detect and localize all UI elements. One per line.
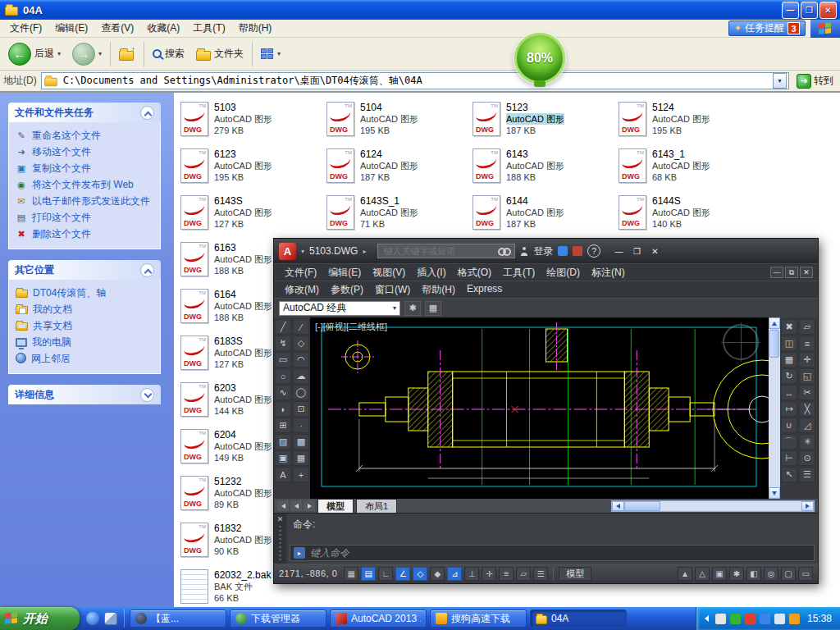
performance-icon[interactable]: ▢ (781, 567, 796, 581)
folders-button[interactable]: 文件夹 (193, 41, 247, 67)
explorer-menu-item[interactable]: 查看(V) (94, 21, 140, 35)
polygon-icon[interactable]: ◇ (293, 336, 309, 351)
address-input[interactable] (62, 75, 769, 88)
file-tile[interactable]: TMDWG6123AutoCAD 图形195 KB (180, 144, 322, 187)
autodesk360-icon[interactable] (558, 246, 568, 256)
scale-icon[interactable]: ◱ (799, 368, 815, 384)
tab-first-button[interactable] (277, 500, 289, 511)
doc-restore-button[interactable]: ⧉ (785, 267, 798, 278)
clean-screen-icon[interactable]: ▭ (798, 567, 813, 581)
up-button[interactable]: ↑ (116, 41, 139, 67)
back-dropdown-icon[interactable]: ▾ (57, 50, 61, 57)
doc-close-button[interactable]: ✕ (800, 267, 813, 278)
osnap-toggle[interactable]: ◇ (413, 567, 427, 581)
chamfer-icon[interactable]: ◿ (799, 418, 815, 433)
start-button[interactable]: 开始 (0, 607, 80, 630)
dyn-toggle[interactable]: ✛ (482, 567, 496, 581)
close-button[interactable]: ✕ (819, 2, 837, 19)
addsel-icon[interactable]: + (293, 467, 309, 482)
scroll-up-icon[interactable] (769, 317, 780, 329)
canvas-hscrollbar[interactable] (611, 500, 815, 512)
spline-icon[interactable]: ∿ (275, 385, 291, 400)
place-link[interactable]: 共享文档 (16, 317, 157, 334)
make-block-icon[interactable]: ⊞ (275, 418, 291, 433)
autocad-logo-icon[interactable]: A (279, 243, 296, 260)
scroll-down-icon[interactable] (769, 487, 780, 499)
gradient-icon[interactable]: ▩ (293, 434, 309, 450)
acad-menu-item[interactable]: 参数(P) (325, 283, 369, 297)
model-space-button[interactable]: 模型 (559, 567, 591, 581)
tab-model[interactable]: 模型 (317, 499, 354, 514)
go-button[interactable]: ➜ 转到 (793, 72, 837, 90)
views-button[interactable]: ▾ (258, 41, 284, 67)
help-icon[interactable]: ? (587, 244, 600, 258)
region-icon[interactable]: ▣ (275, 450, 291, 466)
xline-icon[interactable]: ⁄ (293, 319, 309, 335)
taskbar-task-messenger[interactable]: 【蓝... (130, 609, 226, 628)
acad-menu-item[interactable]: 帮助(H) (416, 283, 461, 297)
insert-block-icon[interactable]: ⊡ (293, 401, 309, 417)
arc-icon[interactable]: ◠ (293, 352, 309, 368)
browser-icon[interactable] (86, 612, 99, 625)
acad-menu-item[interactable]: 格式(O) (452, 266, 497, 280)
expand-chevron-icon[interactable] (140, 388, 154, 402)
file-tile[interactable]: TMDWG5104AutoCAD 图形195 KB (326, 98, 468, 140)
stretch-icon[interactable]: ↔ (781, 385, 797, 400)
acad-menu-item[interactable]: 插入(I) (411, 266, 451, 280)
workspace-settings-icon[interactable]: ✱ (404, 301, 421, 316)
task-link[interactable]: ▤打印这个文件 (16, 209, 157, 226)
rectangle-icon[interactable]: ▭ (275, 352, 291, 368)
help-search-input[interactable] (381, 245, 495, 257)
app-menu-caret-icon[interactable]: ▾ (301, 248, 304, 255)
acad-menu-item[interactable]: 绘图(D) (541, 266, 586, 280)
acad-menu-item[interactable]: 窗口(W) (369, 283, 416, 297)
osnap3d-toggle[interactable]: ◆ (430, 567, 445, 581)
copy-icon[interactable]: ▱ (799, 319, 815, 335)
workspace-dropdown[interactable]: AutoCAD 经典 ▾ (279, 301, 400, 316)
app-maximize-button[interactable]: ❐ (628, 244, 645, 258)
forward-button[interactable]: → ▾ (69, 41, 105, 67)
back-button[interactable]: ← 后退 ▾ (5, 41, 64, 67)
task-reminder-addon[interactable]: ✦ 任务提醒 3 (728, 21, 806, 36)
point-icon[interactable]: · (293, 418, 309, 433)
rotate-icon[interactable]: ↻ (781, 368, 797, 384)
drawing-canvas[interactable]: [-][俯视][二维线框] (310, 317, 769, 499)
autoscale-icon[interactable]: ▣ (712, 567, 727, 581)
volume-icon[interactable] (774, 614, 785, 624)
offset-icon[interactable]: ≡ (799, 336, 815, 351)
other-places-header[interactable]: 其它位置 (8, 260, 161, 280)
viewport-label[interactable]: [-][俯视][二维线框] (315, 321, 387, 333)
ellipse-icon[interactable]: ◯ (293, 385, 309, 400)
snap-toggle[interactable]: ▦ (344, 567, 358, 581)
join-icon[interactable]: ∪ (781, 418, 797, 433)
file-tile[interactable]: TMDWG6143S_1AutoCAD 图形71 KB (326, 191, 468, 234)
canvas-vscrollbar[interactable] (769, 317, 780, 499)
ime-icon[interactable] (715, 614, 726, 624)
place-link[interactable]: 我的文档 (16, 301, 157, 317)
command-window-grip[interactable]: ✕ (274, 514, 286, 564)
task-link[interactable]: ✖删除这个文件 (16, 226, 157, 242)
tab-prev-button[interactable] (290, 500, 302, 511)
isolate-objects-icon[interactable]: ◎ (764, 567, 778, 581)
explorer-menu-item[interactable]: 编辑(E) (48, 21, 94, 35)
minimize-button[interactable]: — (782, 2, 799, 19)
app-close-button[interactable]: ✕ (646, 244, 663, 258)
hatch-icon[interactable]: ▨ (275, 434, 291, 450)
table-icon[interactable]: ▦ (293, 450, 309, 466)
acad-menu-item[interactable]: 工具(T) (497, 266, 541, 280)
exchange-apps-icon[interactable] (573, 246, 582, 256)
file-tile[interactable]: TMDWG5124AutoCAD 图形195 KB (619, 98, 760, 140)
doc-minimize-button[interactable]: — (770, 267, 783, 278)
polyline-icon[interactable]: ↯ (275, 336, 291, 351)
array-icon[interactable]: ▦ (781, 352, 797, 368)
search-binoculars-icon[interactable] (498, 248, 511, 254)
taskbar-task-folder[interactable]: 04A (530, 609, 627, 628)
place-link[interactable]: DT04传滚筒、轴 (16, 285, 157, 301)
mtext-icon[interactable]: A (275, 467, 291, 482)
taskbar-task-download[interactable]: 下载管理器 (230, 609, 326, 628)
task-link[interactable]: ✎重命名这个文件 (16, 127, 157, 144)
ortho-toggle[interactable]: ∟ (378, 567, 393, 581)
details-header[interactable]: 详细信息 (8, 385, 161, 404)
explorer-menu-item[interactable]: 收藏(A) (140, 21, 186, 35)
scroll-left-icon[interactable] (612, 501, 624, 511)
